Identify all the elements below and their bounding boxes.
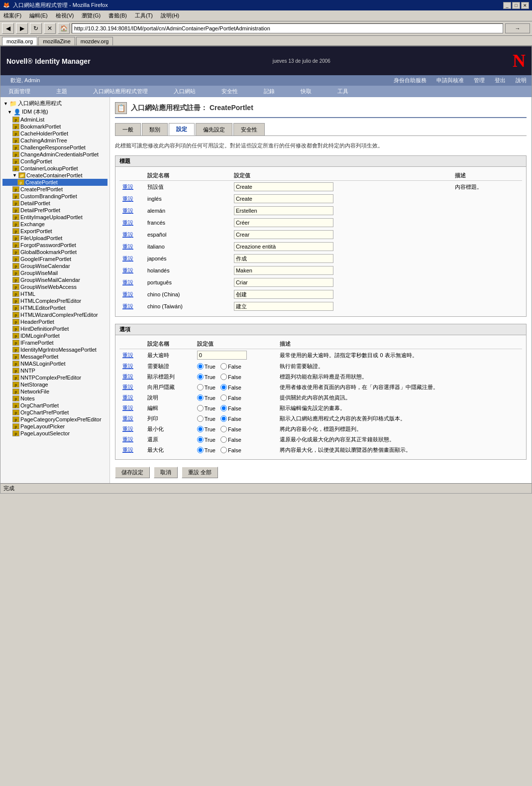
sidebar-item-export[interactable]: p ExportPortlet <box>2 228 107 235</box>
sidebar-item-configportlet[interactable]: p ConfigPortlet <box>2 158 107 165</box>
reset-link[interactable]: 重設 <box>122 232 133 238</box>
sidebar-item-pagecategory[interactable]: p PageCategoryComplexPrefEditor <box>2 416 107 423</box>
tab-settings[interactable]: 設定 <box>169 123 195 135</box>
radio-false-label[interactable]: False <box>220 426 241 432</box>
sidebar-item-notes[interactable]: p Notes <box>2 395 107 402</box>
sidebar-item-orgchartpref[interactable]: p OrgChartPrefPortlet <box>2 409 107 416</box>
radio-false-label[interactable]: False <box>220 447 241 453</box>
radio-true[interactable] <box>197 426 204 432</box>
cancel-button[interactable]: 取消 <box>154 467 178 478</box>
radio-false[interactable] <box>220 436 227 443</box>
sidebar-item-detail[interactable]: p DetailPortlet <box>2 200 107 207</box>
reset-link[interactable]: 重設 <box>122 267 133 273</box>
tab-general[interactable]: 一般 <box>115 123 141 135</box>
radio-true[interactable] <box>197 394 204 401</box>
radio-false[interactable] <box>220 405 227 411</box>
back-button[interactable]: ◀ <box>2 23 14 34</box>
radio-false[interactable] <box>220 363 227 370</box>
radio-true[interactable] <box>197 405 204 411</box>
go-button[interactable]: → <box>505 23 530 33</box>
sidebar-item-htmlwizard[interactable]: p HTMLWizardComplexPrefEditor <box>2 311 107 318</box>
sidebar-item-html[interactable]: p HTML <box>2 290 107 297</box>
setting-value-input[interactable] <box>234 194 333 203</box>
radio-false[interactable] <box>220 415 227 422</box>
nav-portlet-admin[interactable]: 入口網站應用程式管理 <box>90 87 151 96</box>
reset-link[interactable]: 重設 <box>122 208 133 214</box>
sidebar-item-detailpref[interactable]: p DetailPrefPortlet <box>2 207 107 214</box>
sidebar-item-nmaslogin[interactable]: p NMASLoginPortlet <box>2 360 107 367</box>
setting-value-input[interactable] <box>234 302 333 311</box>
sidebar-item-idm[interactable]: ▼ 👤 IDM (本地) <box>2 108 107 116</box>
reset-link[interactable]: 重設 <box>122 352 133 358</box>
menu-file[interactable]: 檔案(F) <box>2 11 23 20</box>
setting-value-input[interactable] <box>234 230 333 239</box>
sidebar-item-challenge[interactable]: p ChallengeResponsePortlet <box>2 144 107 151</box>
sidebar-item-adminlist[interactable]: p AdminList <box>2 116 107 123</box>
reset-link[interactable]: 重設 <box>122 279 133 285</box>
radio-false[interactable] <box>220 447 227 453</box>
reset-link[interactable]: 重設 <box>122 394 133 400</box>
forward-button[interactable]: ▶ <box>16 23 28 34</box>
radio-true-label[interactable]: True <box>197 415 215 422</box>
radio-true-label[interactable]: True <box>197 436 215 443</box>
reset-link[interactable]: 重設 <box>122 384 133 390</box>
setting-value-input[interactable] <box>234 218 333 227</box>
sidebar-item-htmlcomplexpref[interactable]: p HTMLComplexPrefEditor <box>2 297 107 304</box>
sidebar-item-cacheholderportlet[interactable]: p CacheHolderPortlet <box>2 130 107 137</box>
tab-mozdev[interactable]: mozdev.org <box>76 37 113 45</box>
nav-log[interactable]: 記錄 <box>261 87 278 96</box>
radio-true-label[interactable]: True <box>197 384 215 391</box>
reset-link[interactable]: 重設 <box>122 415 133 421</box>
tab-security[interactable]: 安全性 <box>233 123 265 135</box>
sidebar-item-groupwisecal[interactable]: p GroupWiseCalendar <box>2 262 107 269</box>
sidebar-item-netstorage[interactable]: p NetStorage <box>2 381 107 388</box>
sidebar-item-groupwisemailcal[interactable]: p GroupWiseMailCalendar <box>2 276 107 283</box>
tab-mozilla[interactable]: mozilla.org <box>2 37 37 45</box>
reset-link[interactable]: 重設 <box>122 303 133 309</box>
sidebar-item-header[interactable]: p HeaderPortlet <box>2 318 107 325</box>
sidebar-item-pagelayoutselector[interactable]: p PageLayoutSelector <box>2 430 107 437</box>
radio-true-label[interactable]: True <box>197 374 215 380</box>
setting-value-input[interactable] <box>234 182 333 191</box>
sidebar-item-createportlet[interactable]: p CreatePortlet <box>2 179 107 186</box>
sidebar-item-hintdef[interactable]: p HintDefinitionPortlet <box>2 325 107 332</box>
nav-logout[interactable]: 登出 <box>495 77 506 84</box>
close-button[interactable]: ✕ <box>521 2 529 9</box>
sidebar-item-iframe[interactable]: p IFramePortlet <box>2 339 107 346</box>
sidebar-item-custombranding[interactable]: p CustomBrandingPortlet <box>2 193 107 200</box>
radio-true-label[interactable]: True <box>197 447 215 453</box>
sidebar-item-forgotpassword[interactable]: p ForgotPasswordPortlet <box>2 242 107 249</box>
radio-true[interactable] <box>197 384 204 391</box>
tab-category[interactable]: 類別 <box>142 123 168 135</box>
reset-link[interactable]: 重設 <box>122 184 133 190</box>
reset-link[interactable]: 重設 <box>122 291 133 297</box>
radio-false-label[interactable]: False <box>220 374 241 380</box>
sidebar-item-createcontainer[interactable]: ▼ 📁 CreateContainerPortlet <box>2 172 107 179</box>
reset-link[interactable]: 重設 <box>122 196 133 202</box>
reload-button[interactable]: ↻ <box>30 23 42 34</box>
setting-value-input[interactable] <box>234 242 333 251</box>
nav-requests[interactable]: 申請與核准 <box>436 77 464 84</box>
radio-false-label[interactable]: False <box>220 405 241 411</box>
radio-false-label[interactable]: False <box>220 415 241 422</box>
reset-link[interactable]: 重設 <box>122 405 133 411</box>
sidebar-item-networkfile[interactable]: p NetworkFile <box>2 388 107 395</box>
sidebar-item-globalbookmark[interactable]: p GlobalBookmarkPortlet <box>2 249 107 256</box>
reset-link[interactable]: 重設 <box>122 363 133 369</box>
radio-true-label[interactable]: True <box>197 426 215 432</box>
sidebar-item-idmlogin[interactable]: p IDMLoginPortlet <box>2 332 107 339</box>
menu-bookmarks[interactable]: 書籤(B) <box>107 11 128 20</box>
sidebar-item-cachingadmintree[interactable]: p CachingAdminTree <box>2 137 107 144</box>
sidebar-item-message[interactable]: p MessagePortlet <box>2 353 107 360</box>
menu-go[interactable]: 瀏覽(G) <box>80 11 102 20</box>
menu-tools[interactable]: 工具(T) <box>133 11 154 20</box>
reset-all-button[interactable]: 重設 全部 <box>182 467 218 478</box>
radio-true[interactable] <box>197 415 204 422</box>
radio-false[interactable] <box>220 374 227 380</box>
radio-true[interactable] <box>197 363 204 370</box>
sidebar-item-containerlookup[interactable]: p ContainerLookupPortlet <box>2 165 107 172</box>
nav-security[interactable]: 安全性 <box>218 87 241 96</box>
home-button[interactable]: 🏠 <box>58 23 70 34</box>
sidebar-item-entityimageupload[interactable]: p EntityImageUploadPortlet <box>2 214 107 221</box>
reset-link[interactable]: 重設 <box>122 447 133 453</box>
